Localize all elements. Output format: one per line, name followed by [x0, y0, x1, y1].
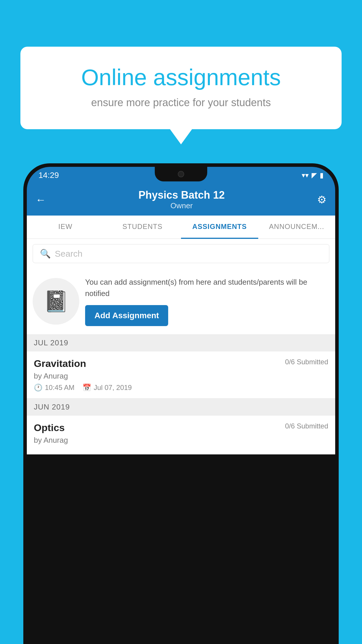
tabs-bar: IEW STUDENTS ASSIGNMENTS ANNOUNCEM...: [27, 216, 335, 239]
tab-announcements[interactable]: ANNOUNCEM...: [258, 216, 335, 238]
assignment-by-optics: by Anurag: [34, 436, 328, 445]
speech-bubble-container: Online assignments ensure more practice …: [20, 47, 342, 129]
speech-bubble: Online assignments ensure more practice …: [20, 47, 342, 129]
battery-icon: ▮: [320, 171, 324, 179]
camera-icon: [178, 171, 184, 177]
app-header: ← Physics Batch 12 Owner ⚙: [27, 184, 335, 216]
clock-icon: 🕐: [34, 384, 43, 392]
section-header-jul: JUL 2019: [27, 334, 335, 351]
assignment-name: Gravitation: [34, 358, 86, 369]
bubble-subtitle: ensure more practice for your students: [41, 97, 321, 109]
assignment-item-optics[interactable]: Optics 0/6 Submitted by Anurag: [27, 416, 335, 454]
back-button[interactable]: ←: [36, 194, 46, 206]
header-subtitle: Owner: [138, 201, 225, 210]
bubble-title: Online assignments: [41, 64, 321, 91]
promo-text-area: You can add assignment(s) from here and …: [85, 276, 329, 326]
phone-inner: 14:29 ▾▾ ◤ ▮ ← Physics Batch 12 Owner ⚙ …: [27, 167, 335, 644]
status-time: 14:29: [38, 171, 59, 180]
promo-description: You can add assignment(s) from here and …: [85, 276, 329, 299]
promo-icon-circle: 📓: [33, 278, 79, 325]
settings-icon[interactable]: ⚙: [317, 194, 326, 206]
notebook-icon: 📓: [43, 289, 69, 313]
header-title: Physics Batch 12: [138, 189, 225, 201]
tab-assignments[interactable]: ASSIGNMENTS: [181, 216, 258, 239]
calendar-icon: 📅: [82, 384, 91, 392]
promo-section: 📓 You can add assignment(s) from here an…: [27, 268, 335, 334]
status-icons: ▾▾ ◤ ▮: [302, 171, 324, 179]
meta-date: 📅 Jul 07, 2019: [82, 384, 132, 392]
section-header-jun: JUN 2019: [27, 398, 335, 416]
assignment-meta: 🕐 10:45 AM 📅 Jul 07, 2019: [34, 384, 328, 392]
search-bar[interactable]: 🔍 Search: [33, 244, 329, 263]
wifi-icon: ▾▾: [302, 171, 309, 179]
header-center: Physics Batch 12 Owner: [138, 189, 225, 210]
search-icon: 🔍: [40, 249, 51, 259]
search-container: 🔍 Search: [27, 239, 335, 268]
assignment-date: Jul 07, 2019: [94, 384, 132, 392]
tab-iew[interactable]: IEW: [27, 216, 104, 238]
meta-time: 🕐 10:45 AM: [34, 384, 74, 392]
phone-notch: [155, 167, 207, 181]
assignment-top: Gravitation 0/6 Submitted: [34, 358, 328, 369]
screen-content: 🔍 Search 📓 You can add assignment(s) fro…: [27, 239, 335, 454]
assignment-by: by Anurag: [34, 372, 328, 381]
tab-students[interactable]: STUDENTS: [104, 216, 181, 238]
assignment-item-gravitation[interactable]: Gravitation 0/6 Submitted by Anurag 🕐 10…: [27, 351, 335, 398]
search-placeholder: Search: [55, 249, 82, 259]
signal-icon: ◤: [312, 171, 317, 179]
assignment-name-optics: Optics: [34, 422, 65, 433]
assignment-submitted-optics: 0/6 Submitted: [285, 422, 328, 430]
assignment-submitted: 0/6 Submitted: [285, 358, 328, 366]
phone-frame: 14:29 ▾▾ ◤ ▮ ← Physics Batch 12 Owner ⚙ …: [23, 163, 339, 644]
assignment-time: 10:45 AM: [45, 384, 74, 392]
add-assignment-button[interactable]: Add Assignment: [85, 305, 168, 326]
assignment-top-optics: Optics 0/6 Submitted: [34, 422, 328, 433]
